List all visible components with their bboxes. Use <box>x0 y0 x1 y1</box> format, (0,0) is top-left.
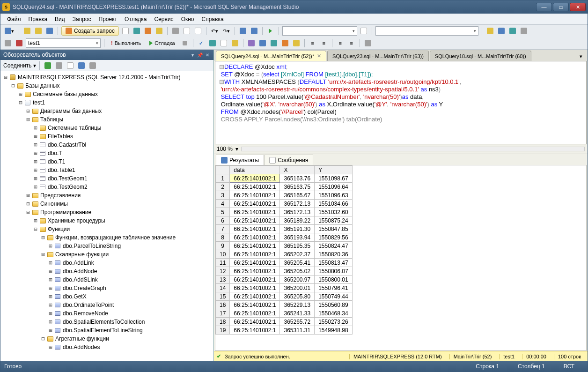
menu-service[interactable]: Сервис <box>151 15 177 24</box>
tb-g2[interactable] <box>497 26 506 36</box>
tab-close-icon[interactable]: ✕ <box>317 53 321 59</box>
oe-btn2[interactable] <box>54 61 64 70</box>
tb-f1[interactable] <box>359 26 368 36</box>
table-row[interactable]: 466:25:1401002:1365172.131551034.66 <box>216 200 353 208</box>
execute-button[interactable]: !Выполнить <box>108 38 144 48</box>
tb2-d[interactable] <box>219 38 228 48</box>
tree-addlink[interactable]: dbo.AddLink <box>63 260 94 266</box>
table-row[interactable]: 666:25:1401002:1365189.221550875.24 <box>216 216 353 225</box>
tb2-a[interactable] <box>3 38 13 48</box>
tb-g1[interactable] <box>485 26 495 36</box>
tree-testgeom1[interactable]: dbo.TestGeom1 <box>48 175 88 182</box>
tree-spatelcoll[interactable]: dbo.SpatialElementsToCollection <box>63 319 145 325</box>
nav-back[interactable] <box>238 26 248 36</box>
zoom-level[interactable]: 100 % <box>217 146 233 152</box>
tree-ordtopoint[interactable]: dbo.OrdinateToPoint <box>63 302 114 308</box>
debug-button[interactable]: Отладка <box>146 38 178 48</box>
create-query-button[interactable]: Создать запрос <box>61 26 119 36</box>
paste-button[interactable] <box>193 26 203 36</box>
tb2-i[interactable] <box>280 38 290 48</box>
undo-button[interactable]: ↶▾ <box>210 26 220 36</box>
tree-parceltoline[interactable]: dbo.ParcelToLineString <box>63 243 121 249</box>
oe-btn5[interactable] <box>88 61 97 70</box>
tab-results[interactable]: Результаты <box>216 155 264 165</box>
indent-right[interactable]: ≡ <box>319 38 329 48</box>
debug-start[interactable] <box>266 26 275 36</box>
nav-fwd[interactable] <box>250 26 259 36</box>
tab-query24[interactable]: SQLQuery24.sql - M...MainTrir\Trir (52))… <box>216 51 326 61</box>
tree-getx[interactable]: dbo.GetX <box>63 293 87 300</box>
table-row[interactable]: 1766:25:1401002:1365241.331550468.34 <box>216 309 353 318</box>
tb2-j[interactable] <box>292 38 301 48</box>
tree-testgeom2[interactable]: dbo.TestGeom2 <box>48 184 88 190</box>
tree-synonyms[interactable]: Синонимы <box>40 201 68 207</box>
panel-pin-icon[interactable]: 📌 <box>197 52 203 58</box>
menu-help[interactable]: Справка <box>198 15 228 24</box>
menu-debug[interactable]: Отладка <box>121 15 150 24</box>
table-row[interactable]: 1866:25:1401002:1365265.721550273.26 <box>216 318 353 326</box>
connect-button[interactable]: Соединить ▾ <box>3 62 36 69</box>
table-row[interactable]: 1666:25:1401002:1365229.131550560.89 <box>216 301 353 309</box>
oe-btn3[interactable] <box>66 61 75 70</box>
menu-view[interactable]: Вид <box>51 15 69 24</box>
tb-d1[interactable] <box>121 26 130 36</box>
tb2-k[interactable] <box>363 38 373 48</box>
tree-addnodes[interactable]: dbo.AddNodes <box>63 344 100 350</box>
tb2-h[interactable] <box>269 38 279 48</box>
tab-query23[interactable]: SQLQuery23.sql - M...MainTrir\Trir (63)) <box>327 51 429 61</box>
new-button[interactable]: ▾ <box>3 26 15 36</box>
menu-query[interactable]: Запрос <box>69 15 95 24</box>
tree-test1[interactable]: test1 <box>33 99 45 106</box>
table-row[interactable]: 766:25:1401002:1365191.301550847.85 <box>216 225 353 233</box>
table-row[interactable]: 266:25:1401002:1365163.751551096.64 <box>216 183 353 191</box>
tree-cadastrtbl[interactable]: dbo.CadastrTbl <box>48 141 86 148</box>
results-grid[interactable]: dataXY166:25:1401002:1365163.761551098.6… <box>215 165 587 351</box>
tb-d3[interactable] <box>143 26 153 36</box>
tb2-g[interactable] <box>258 38 267 48</box>
table-row[interactable]: 966:25:1401002:1365195.351550824.47 <box>216 242 353 250</box>
uncomment-button[interactable]: ≡ <box>347 38 356 48</box>
oe-refresh[interactable] <box>43 61 52 70</box>
menu-window[interactable]: Окно <box>177 15 198 24</box>
tree-filetables[interactable]: FileTables <box>48 133 73 140</box>
tb-d4[interactable] <box>154 26 164 36</box>
table-row[interactable]: 866:25:1401002:1365193.941550829.56 <box>216 233 353 242</box>
menu-project[interactable]: Проект <box>95 15 121 24</box>
sql-editor[interactable]: ⊟DECLARE @Xdoc xml; SET @Xdoc = (select … <box>215 61 587 144</box>
tree-creategraph[interactable]: dbo.CreateGraph <box>63 285 106 291</box>
indent-left[interactable]: ≡ <box>308 38 317 48</box>
tree-functions[interactable]: Функции <box>48 226 70 232</box>
table-row[interactable]: 566:25:1401002:1365172.131551032.60 <box>216 208 353 216</box>
tab-query18[interactable]: SQLQuery18.sql - M...MainTrir\Trir (60)) <box>430 51 531 61</box>
object-tree[interactable]: ⊟MAINTRIR\SQLEXPRESS (SQL Server 12.0.20… <box>0 71 213 361</box>
tree-storedprocs[interactable]: Хранимые процедуры <box>48 217 105 224</box>
cut-button[interactable] <box>171 26 180 36</box>
tree-tvf[interactable]: Функции, возвращающие табличное значение <box>55 234 176 241</box>
tabs-overflow-icon[interactable]: ▾ <box>576 52 586 61</box>
tree-spateltoline[interactable]: dbo.SpatialElementToLineString <box>63 327 143 334</box>
tree-views[interactable]: Представления <box>40 192 81 199</box>
oe-btn4[interactable] <box>77 61 86 70</box>
tree-removenode[interactable]: dbo.RemoveNode <box>63 310 108 317</box>
tree-tables[interactable]: Таблицы <box>40 116 63 123</box>
tb2-b[interactable] <box>15 38 24 48</box>
combo-solution[interactable]: ▾ <box>375 26 478 36</box>
tree-scalarfn[interactable]: Скалярные функции <box>55 251 109 258</box>
table-row[interactable]: 1566:25:1401002:1365205.801550749.44 <box>216 292 353 301</box>
combo-empty[interactable]: ▾ <box>282 26 357 36</box>
table-row[interactable]: 1066:25:1401002:1365202.371550820.36 <box>216 250 353 259</box>
tree-systables[interactable]: Системные таблицы <box>48 125 102 131</box>
redo-button[interactable]: ↷▾ <box>221 26 231 36</box>
panel-menu-icon[interactable]: ▾ <box>189 52 196 58</box>
tb-g4[interactable] <box>519 26 529 36</box>
open-button[interactable] <box>22 26 32 36</box>
table-row[interactable]: 1966:25:1401002:1365311.311549948.98 <box>216 326 353 335</box>
tree-addnode[interactable]: dbo.AddNode <box>63 268 97 275</box>
tree-t[interactable]: dbo.T <box>48 150 62 156</box>
table-row[interactable]: 1166:25:1401002:1365205.411550813.47 <box>216 259 353 267</box>
open2-button[interactable] <box>34 26 43 36</box>
comment-button[interactable]: ≡ <box>336 38 345 48</box>
maximize-button[interactable]: ▭ <box>553 3 569 11</box>
tb2-c[interactable] <box>208 38 217 48</box>
tree-sysdb[interactable]: Системные базы данных <box>33 91 98 97</box>
